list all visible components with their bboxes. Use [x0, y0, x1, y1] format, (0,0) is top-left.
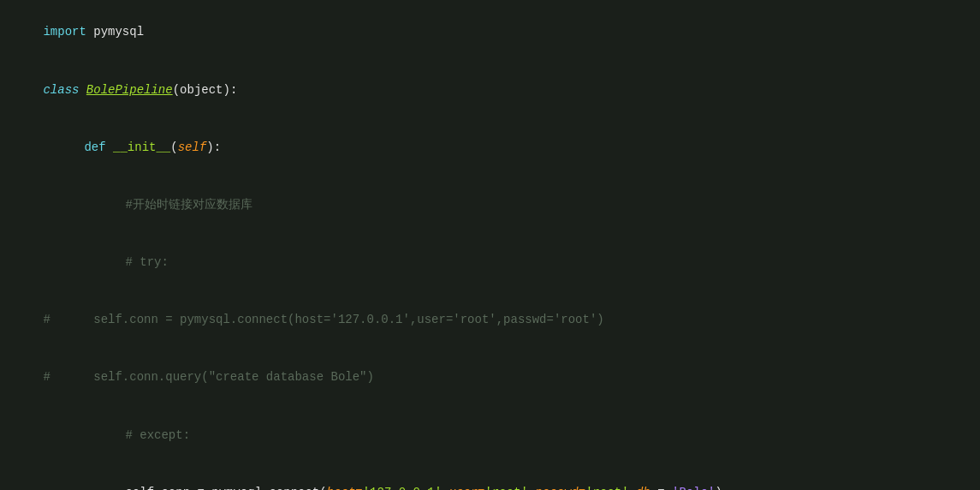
code-line-7: # self.conn.query("create database Bole"… [0, 349, 980, 406]
code-line-3: def __init__(self): [0, 118, 980, 176]
code-line-4: #开始时链接对应数据库 [0, 176, 980, 234]
comment-except1: # except: [125, 428, 190, 442]
comment-line6: # self.conn = pymysql.connect(host='127.… [43, 313, 603, 326]
code-line-2: class BolePipeline(object): [0, 61, 980, 118]
param-user: user= [449, 486, 485, 490]
keyword-import: import [43, 25, 86, 39]
func-init: __init__ [113, 140, 170, 154]
comment-chinese: #开始时链接对应数据库 [125, 198, 252, 212]
param-passwd: passwd= [535, 486, 585, 490]
param-host: host= [327, 486, 363, 490]
val-passwd: 'root' [585, 486, 628, 490]
val-host: '127.0.0.1' [363, 486, 442, 490]
param-self: self [178, 140, 207, 154]
code-line-1: import pymysql [0, 3, 980, 61]
class-name: BolePipeline [86, 83, 173, 97]
code-line-6: # self.conn = pymysql.connect(host='127.… [0, 291, 980, 349]
code-line-9: self.conn = pymysql.connect(host='127.0.… [0, 463, 980, 490]
val-db: 'Bole' [672, 486, 715, 490]
self-ref: self [125, 486, 154, 490]
comment-try: # try: [125, 255, 168, 269]
keyword-def: def [84, 140, 105, 154]
code-line-5: # try: [0, 234, 980, 291]
code-line-8: # except: [0, 406, 980, 463]
val-user: 'root' [485, 486, 528, 490]
param-db: db [636, 486, 650, 490]
keyword-class: class [43, 83, 79, 97]
comment-line7: # self.conn.query("create database Bole"… [43, 370, 373, 384]
code-editor: import pymysql class BolePipeline(object… [0, 0, 980, 490]
